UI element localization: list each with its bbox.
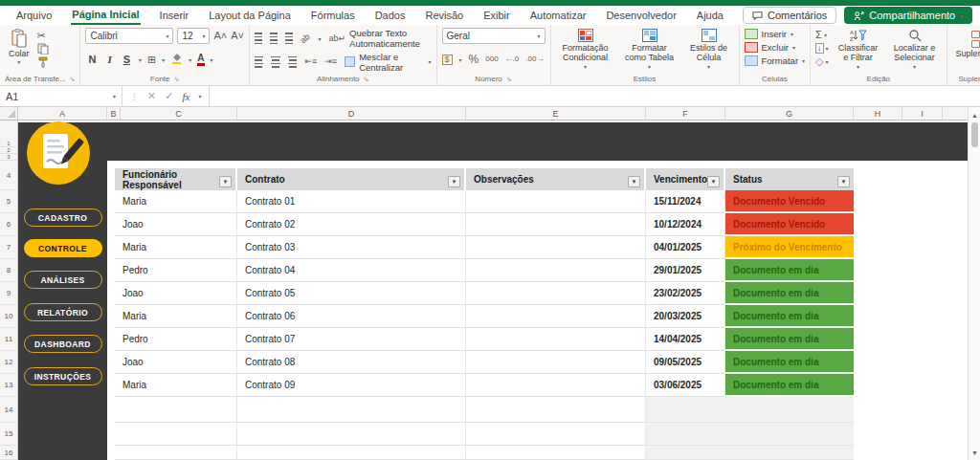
scroll-up-icon[interactable]: ▲ <box>969 109 980 120</box>
row-header[interactable]: 14 <box>0 397 18 423</box>
sidebar-button-instrucoes[interactable]: INSTRUÇÕES <box>24 367 102 385</box>
row-header[interactable]: 9 <box>0 282 18 305</box>
font-color-icon[interactable]: A <box>197 54 204 66</box>
comma-style-icon[interactable]: 000 <box>485 55 498 63</box>
empty-cell[interactable] <box>115 446 237 460</box>
tab-exibir[interactable]: Exibir <box>482 8 511 24</box>
cell-contrato[interactable]: Contrato 09 <box>237 374 466 397</box>
fill-down-icon[interactable]: ↓ <box>815 43 824 54</box>
tab-ajuda[interactable]: Ajuda <box>696 8 724 24</box>
font-size-select[interactable]: 12▾ <box>177 28 210 44</box>
align-top-icon[interactable] <box>255 33 262 44</box>
format-cells-button[interactable]: Formatar▾ <box>745 55 806 66</box>
cell-funcionario[interactable]: Pedro <box>115 328 237 351</box>
empty-cell[interactable] <box>237 397 466 423</box>
cell-observacoes[interactable] <box>466 213 646 236</box>
scrollbar-thumb[interactable] <box>971 122 978 147</box>
find-select-button[interactable]: Localizar e Selecionar▾ <box>888 28 942 72</box>
cell-status[interactable]: Documento em dia <box>725 259 854 282</box>
row-header[interactable]: 5 <box>0 190 18 213</box>
dialog-launcher-icon[interactable]: ⇘ <box>506 76 512 82</box>
row-header[interactable]: 6 <box>0 213 18 236</box>
autosum-icon[interactable]: Σ <box>815 30 822 40</box>
cell-styles-button[interactable]: Estilos de Célula▾ <box>684 28 734 72</box>
row-header[interactable]: 3 <box>0 154 18 161</box>
cell-observacoes[interactable] <box>466 282 646 305</box>
cell-contrato[interactable]: Contrato 06 <box>237 305 466 328</box>
grow-font-icon[interactable]: A˄ <box>213 31 227 41</box>
cell-observacoes[interactable] <box>466 259 646 282</box>
enter-formula-icon[interactable]: ✓ <box>165 90 173 102</box>
cell-status[interactable]: Documento Vencido <box>725 213 854 236</box>
align-center-icon[interactable] <box>271 56 279 68</box>
bold-button[interactable]: N <box>85 54 99 65</box>
sheet-canvas[interactable]: CADASTRO CONTROLE ANÁLISES RELATÓRIO DAS… <box>0 120 968 460</box>
dialog-launcher-icon[interactable]: ⇘ <box>364 76 369 82</box>
sidebar-button-analises[interactable]: ANÁLISES <box>24 271 102 289</box>
sidebar-button-controle[interactable]: CONTROLE <box>24 239 102 257</box>
cell-observacoes[interactable] <box>466 236 646 259</box>
vertical-scrollbar[interactable]: ▲ ▼ <box>968 107 980 460</box>
row-header[interactable]: 2 <box>0 147 18 154</box>
empty-cell[interactable] <box>466 397 646 423</box>
cell-vencimento[interactable]: 03/06/2025 <box>646 374 725 397</box>
row-header[interactable]: 16 <box>0 446 18 460</box>
shrink-font-icon[interactable]: A˅ <box>231 31 244 41</box>
cell-status[interactable]: Documento em dia <box>725 328 854 351</box>
format-painter-icon[interactable] <box>37 56 49 68</box>
sidebar-button-dashboard[interactable]: DASHBOARD <box>24 335 102 353</box>
insert-function-icon[interactable]: fx <box>182 91 189 102</box>
cell-vencimento[interactable]: 10/12/2024 <box>646 213 725 236</box>
cell-status[interactable]: Documento em dia <box>725 351 854 374</box>
delete-cells-button[interactable]: Excluir▾ <box>745 42 806 53</box>
column-header-f[interactable]: F <box>646 107 725 120</box>
sidebar-button-relatorio[interactable]: RELATÓRIO <box>24 303 102 321</box>
cell-vencimento[interactable]: 04/01/2025 <box>646 236 725 259</box>
format-as-table-button[interactable]: Formatar como Tabela▾ <box>617 28 682 72</box>
decrease-decimal-icon[interactable]: .00→ <box>525 55 544 63</box>
cell-contrato[interactable]: Contrato 04 <box>237 259 466 282</box>
cell-status[interactable]: Documento em dia <box>725 374 854 397</box>
cell-status[interactable]: Próximo do Vencimento <box>725 236 854 259</box>
empty-cell[interactable] <box>466 423 646 446</box>
cell-status[interactable]: Documento em dia <box>725 305 854 328</box>
cell-contrato[interactable]: Contrato 01 <box>237 190 466 213</box>
filter-button[interactable]: ▼ <box>219 176 232 187</box>
scroll-down-icon[interactable]: ▼ <box>969 447 980 458</box>
font-family-select[interactable]: Calibri▾ <box>85 28 173 44</box>
cell-vencimento[interactable]: 23/02/2025 <box>646 282 725 305</box>
cell-funcionario[interactable]: Joao <box>115 282 237 305</box>
align-bottom-icon[interactable] <box>285 33 293 44</box>
tab-pagina-inicial[interactable]: Página Inicial <box>71 7 140 25</box>
row-header[interactable]: 15 <box>0 423 18 446</box>
cut-icon[interactable]: ✂ <box>37 31 49 41</box>
fill-color-icon[interactable] <box>170 51 183 68</box>
conditional-formatting-button[interactable]: Formatação Condicional▾ <box>556 28 615 72</box>
cell-funcionario[interactable]: Pedro <box>115 259 237 282</box>
cancel-formula-icon[interactable]: ✕ <box>147 90 156 102</box>
cell-funcionario[interactable]: Maria <box>115 236 237 259</box>
row-header[interactable]: 1 <box>0 120 18 147</box>
select-all-button[interactable] <box>0 107 18 120</box>
cell-funcionario[interactable]: Maria <box>115 305 237 328</box>
paste-button[interactable]: Colar ▾ <box>5 28 33 67</box>
empty-cell[interactable] <box>237 423 466 446</box>
column-header-c[interactable]: C <box>121 107 237 120</box>
cell-contrato[interactable]: Contrato 07 <box>237 328 466 351</box>
filter-button[interactable]: ▼ <box>448 176 460 187</box>
italic-button[interactable]: I <box>104 54 114 65</box>
wrap-text-button[interactable]: ab↵ Quebrar Texto Automaticamente <box>329 28 432 49</box>
cell-vencimento[interactable]: 15/11/2024 <box>646 190 725 213</box>
cell-observacoes[interactable] <box>466 351 646 374</box>
column-header-h[interactable]: H <box>854 107 902 120</box>
cell-contrato[interactable]: Contrato 05 <box>237 282 466 305</box>
tab-desenvolvedor[interactable]: Desenvolvedor <box>605 8 677 24</box>
cell-vencimento[interactable]: 20/03/2025 <box>646 305 725 328</box>
filter-button[interactable]: ▼ <box>707 176 720 187</box>
addins-button[interactable]: Suplementos <box>952 28 980 59</box>
cell-contrato[interactable]: Contrato 03 <box>237 236 466 259</box>
tab-revisao[interactable]: Revisão <box>424 8 464 24</box>
accounting-format-icon[interactable]: $ <box>442 55 453 65</box>
empty-cell[interactable] <box>115 423 237 446</box>
sidebar-button-cadastro[interactable]: CADASTRO <box>24 208 102 227</box>
